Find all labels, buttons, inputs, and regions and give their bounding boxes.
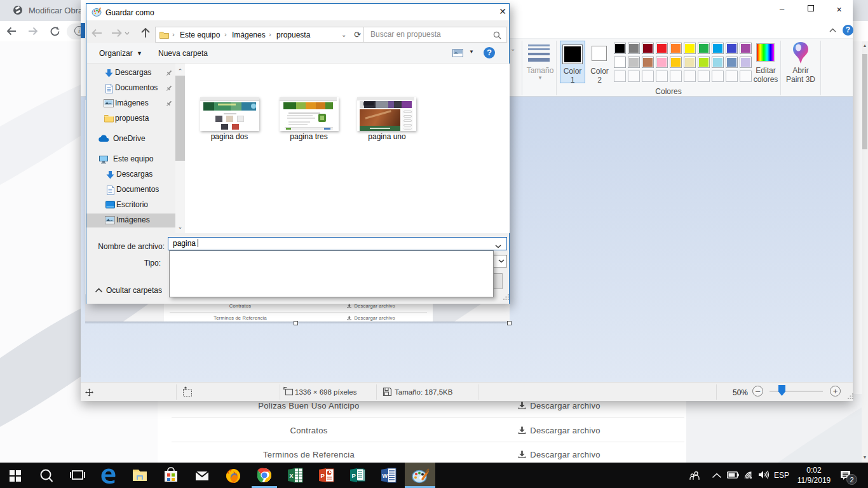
svg-text:W: W bbox=[383, 473, 388, 479]
svg-text:X: X bbox=[290, 473, 294, 479]
svg-text:P: P bbox=[321, 472, 325, 479]
svg-text:P: P bbox=[352, 472, 356, 479]
